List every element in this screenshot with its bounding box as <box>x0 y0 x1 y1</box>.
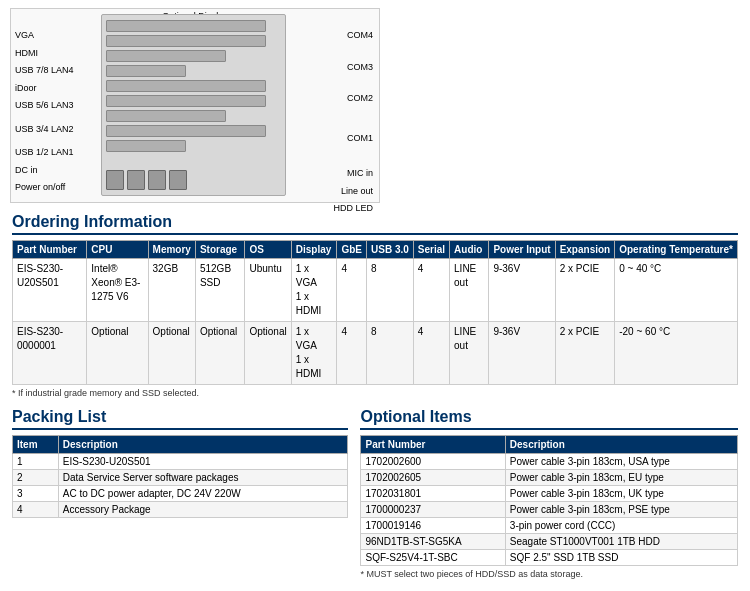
packing-col-desc: Description <box>58 436 348 454</box>
diagram-right-labels: COM4 COM3 COM2 COM1 MIC in Line out HDD … <box>331 27 375 218</box>
optional-row: 1700000237Power cable 3-pin 183cm, PSE t… <box>361 502 738 518</box>
optional-row: 17000191463-pin power cord (CCC) <box>361 518 738 534</box>
lower-section: Packing List Item Description 1EIS-S230-… <box>0 402 750 583</box>
hardware-body <box>101 14 286 196</box>
optional-col-part: Part Number <box>361 436 505 454</box>
hw-slot-5 <box>106 80 266 92</box>
ordering-cell: 1 x VGA1 x HDMI <box>291 322 337 385</box>
col-os: OS <box>245 241 291 259</box>
port-2 <box>127 170 145 190</box>
ordering-cell: 4 <box>413 322 449 385</box>
packing-section: Packing List Item Description 1EIS-S230-… <box>12 408 360 579</box>
packing-title: Packing List <box>12 408 348 430</box>
optional-title: Optional Items <box>360 408 738 430</box>
col-expansion: Expansion <box>555 241 615 259</box>
packing-cell: AC to DC power adapter, DC 24V 220W <box>58 486 348 502</box>
label-usb12lan1: USB 1/2 LAN1 <box>13 144 76 162</box>
ordering-cell: 9-36V <box>489 322 555 385</box>
label-poweron: Power on/off <box>13 179 76 197</box>
optional-cell: Power cable 3-pin 183cm, UK type <box>505 486 737 502</box>
label-usb78lan4: USB 7/8 LAN4 <box>13 62 76 80</box>
ordering-row: EIS-S230-0000001OptionalOptionalOptional… <box>13 322 738 385</box>
label-vga: VGA <box>13 27 76 45</box>
label-com3: COM3 <box>331 59 375 77</box>
optional-cell: Seagate ST1000VT001 1TB HDD <box>505 534 737 550</box>
optional-cell: Power cable 3-pin 183cm, EU type <box>505 470 737 486</box>
label-hdmi: HDMI <box>13 45 76 63</box>
hw-slot-1 <box>106 20 266 32</box>
port-4 <box>169 170 187 190</box>
packing-cell: 4 <box>13 502 59 518</box>
optional-cell: SQF-S25V4-1T-SBC <box>361 550 505 566</box>
optional-table: Part Number Description 1702002600Power … <box>360 435 738 566</box>
col-storage: Storage <box>195 241 245 259</box>
optional-cell: 1700000237 <box>361 502 505 518</box>
label-usb56lan3: USB 5/6 LAN3 <box>13 97 76 115</box>
packing-row: 4Accessory Package <box>13 502 348 518</box>
hw-slot-2 <box>106 35 266 47</box>
ordering-cell: 4 <box>337 259 367 322</box>
label-usb34lan2: USB 3/4 LAN2 <box>13 121 76 139</box>
diagram-left-labels: VGA HDMI USB 7/8 LAN4 iDoor USB 5/6 LAN3… <box>13 27 76 197</box>
diagram-area: Optional Display VGA HDMI USB 7/8 LAN4 i… <box>0 0 750 207</box>
ordering-cell: -20 ~ 60 °C <box>615 322 738 385</box>
ordering-cell: Optional <box>245 322 291 385</box>
label-lineout: Line out <box>331 183 375 201</box>
packing-cell: EIS-S230-U20S501 <box>58 454 348 470</box>
ordering-cell: Optional <box>195 322 245 385</box>
ordering-cell: 2 x PCIE <box>555 322 615 385</box>
ordering-row: EIS-S230-U20S501Intel® Xeon® E3-1275 V63… <box>13 259 738 322</box>
optional-col-desc: Description <box>505 436 737 454</box>
ordering-cell: 2 x PCIE <box>555 259 615 322</box>
ordering-cell: 4 <box>413 259 449 322</box>
optional-cell: Power cable 3-pin 183cm, USA type <box>505 454 737 470</box>
ordering-cell: 8 <box>367 259 414 322</box>
hw-slot-8 <box>106 125 266 137</box>
optional-section: Optional Items Part Number Description 1… <box>360 408 738 579</box>
ordering-cell: 32GB <box>148 259 195 322</box>
hw-slot-7 <box>106 110 226 122</box>
optional-row: SQF-S25V4-1T-SBCSQF 2.5" SSD 1TB SSD <box>361 550 738 566</box>
packing-row: 3AC to DC power adapter, DC 24V 220W <box>13 486 348 502</box>
port-1 <box>106 170 124 190</box>
packing-row: 2Data Service Server software packages <box>13 470 348 486</box>
col-audio: Audio <box>450 241 489 259</box>
optional-row: 1702002600Power cable 3-pin 183cm, USA t… <box>361 454 738 470</box>
packing-cell: Accessory Package <box>58 502 348 518</box>
col-power: Power Input <box>489 241 555 259</box>
ordering-cell: EIS-S230-0000001 <box>13 322 87 385</box>
packing-row: 1EIS-S230-U20S501 <box>13 454 348 470</box>
ordering-cell: Optional <box>87 322 148 385</box>
packing-cell: 1 <box>13 454 59 470</box>
label-hddled: HDD LED <box>331 200 375 218</box>
col-gbe: GbE <box>337 241 367 259</box>
col-part-number: Part Number <box>13 241 87 259</box>
hw-slot-3 <box>106 50 226 62</box>
ordering-cell: 1 x VGA1 x HDMI <box>291 259 337 322</box>
ordering-cell: EIS-S230-U20S501 <box>13 259 87 322</box>
ordering-cell: Optional <box>148 322 195 385</box>
label-dcin: DC in <box>13 162 76 180</box>
optional-row: 96ND1TB-ST-SG5KASeagate ST1000VT001 1TB … <box>361 534 738 550</box>
optional-cell: 1702002605 <box>361 470 505 486</box>
packing-col-item: Item <box>13 436 59 454</box>
ordering-cell: Intel® Xeon® E3-1275 V6 <box>87 259 148 322</box>
col-memory: Memory <box>148 241 195 259</box>
packing-cell: 3 <box>13 486 59 502</box>
optional-cell: SQF 2.5" SSD 1TB SSD <box>505 550 737 566</box>
ordering-cell: 512GB SSD <box>195 259 245 322</box>
optional-cell: 1702002600 <box>361 454 505 470</box>
ordering-cell: 0 ~ 40 °C <box>615 259 738 322</box>
ordering-cell: 9-36V <box>489 259 555 322</box>
ordering-cell: 4 <box>337 322 367 385</box>
label-micin: MIC in <box>331 165 375 183</box>
optional-cell: Power cable 3-pin 183cm, PSE type <box>505 502 737 518</box>
col-serial: Serial <box>413 241 449 259</box>
col-cpu: CPU <box>87 241 148 259</box>
col-display: Display <box>291 241 337 259</box>
optional-row: 1702031801Power cable 3-pin 183cm, UK ty… <box>361 486 738 502</box>
label-idoor: iDoor <box>13 80 76 98</box>
optional-footnote: * MUST select two pieces of HDD/SSD as d… <box>360 569 738 579</box>
ordering-cell: LINE out <box>450 259 489 322</box>
packing-cell: Data Service Server software packages <box>58 470 348 486</box>
